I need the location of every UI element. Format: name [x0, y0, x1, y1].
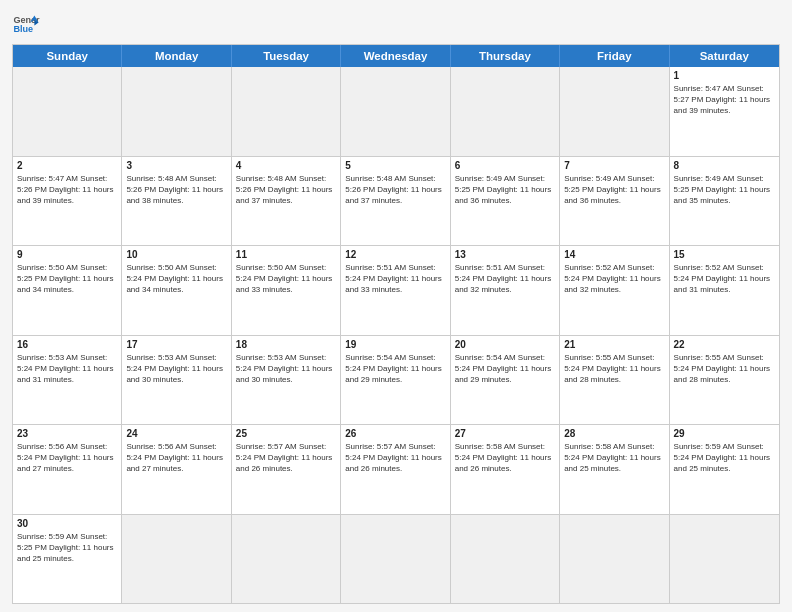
calendar-week-row: 23Sunrise: 5:56 AM Sunset: 5:24 PM Dayli…	[13, 424, 779, 514]
day-cell: 13Sunrise: 5:51 AM Sunset: 5:24 PM Dayli…	[451, 246, 560, 335]
day-cell: 29Sunrise: 5:59 AM Sunset: 5:24 PM Dayli…	[670, 425, 779, 514]
day-cell: 11Sunrise: 5:50 AM Sunset: 5:24 PM Dayli…	[232, 246, 341, 335]
day-cell: 12Sunrise: 5:51 AM Sunset: 5:24 PM Dayli…	[341, 246, 450, 335]
page: General Blue SundayMondayTuesdayWednesda…	[0, 0, 792, 612]
day-info: Sunrise: 5:56 AM Sunset: 5:24 PM Dayligh…	[126, 441, 226, 475]
empty-day-cell	[451, 515, 560, 604]
calendar-week-row: 1Sunrise: 5:47 AM Sunset: 5:27 PM Daylig…	[13, 67, 779, 156]
day-number: 6	[455, 160, 555, 171]
day-number: 20	[455, 339, 555, 350]
day-info: Sunrise: 5:54 AM Sunset: 5:24 PM Dayligh…	[345, 352, 445, 386]
day-cell: 5Sunrise: 5:48 AM Sunset: 5:26 PM Daylig…	[341, 157, 450, 246]
day-cell: 1Sunrise: 5:47 AM Sunset: 5:27 PM Daylig…	[670, 67, 779, 156]
day-cell: 15Sunrise: 5:52 AM Sunset: 5:24 PM Dayli…	[670, 246, 779, 335]
day-info: Sunrise: 5:48 AM Sunset: 5:26 PM Dayligh…	[345, 173, 445, 207]
empty-day-cell	[13, 67, 122, 156]
day-info: Sunrise: 5:53 AM Sunset: 5:24 PM Dayligh…	[17, 352, 117, 386]
day-cell: 10Sunrise: 5:50 AM Sunset: 5:24 PM Dayli…	[122, 246, 231, 335]
calendar-week-row: 16Sunrise: 5:53 AM Sunset: 5:24 PM Dayli…	[13, 335, 779, 425]
weekday-header: Friday	[560, 45, 669, 67]
empty-day-cell	[232, 515, 341, 604]
header: General Blue	[12, 10, 780, 38]
day-cell: 9Sunrise: 5:50 AM Sunset: 5:25 PM Daylig…	[13, 246, 122, 335]
day-number: 13	[455, 249, 555, 260]
day-number: 1	[674, 70, 775, 81]
weekday-header: Sunday	[13, 45, 122, 67]
day-number: 30	[17, 518, 117, 529]
empty-day-cell	[122, 515, 231, 604]
day-cell: 18Sunrise: 5:53 AM Sunset: 5:24 PM Dayli…	[232, 336, 341, 425]
empty-day-cell	[560, 67, 669, 156]
day-info: Sunrise: 5:55 AM Sunset: 5:24 PM Dayligh…	[564, 352, 664, 386]
generalblue-icon: General Blue	[12, 10, 40, 38]
day-info: Sunrise: 5:53 AM Sunset: 5:24 PM Dayligh…	[126, 352, 226, 386]
day-info: Sunrise: 5:53 AM Sunset: 5:24 PM Dayligh…	[236, 352, 336, 386]
empty-day-cell	[560, 515, 669, 604]
weekday-header: Wednesday	[341, 45, 450, 67]
day-info: Sunrise: 5:59 AM Sunset: 5:25 PM Dayligh…	[17, 531, 117, 565]
calendar-week-row: 2Sunrise: 5:47 AM Sunset: 5:26 PM Daylig…	[13, 156, 779, 246]
day-cell: 7Sunrise: 5:49 AM Sunset: 5:25 PM Daylig…	[560, 157, 669, 246]
day-number: 27	[455, 428, 555, 439]
day-cell: 8Sunrise: 5:49 AM Sunset: 5:25 PM Daylig…	[670, 157, 779, 246]
day-number: 23	[17, 428, 117, 439]
calendar-week-row: 9Sunrise: 5:50 AM Sunset: 5:25 PM Daylig…	[13, 245, 779, 335]
day-cell: 28Sunrise: 5:58 AM Sunset: 5:24 PM Dayli…	[560, 425, 669, 514]
day-number: 15	[674, 249, 775, 260]
day-info: Sunrise: 5:47 AM Sunset: 5:27 PM Dayligh…	[674, 83, 775, 117]
day-cell: 14Sunrise: 5:52 AM Sunset: 5:24 PM Dayli…	[560, 246, 669, 335]
day-info: Sunrise: 5:58 AM Sunset: 5:24 PM Dayligh…	[564, 441, 664, 475]
day-info: Sunrise: 5:48 AM Sunset: 5:26 PM Dayligh…	[126, 173, 226, 207]
day-info: Sunrise: 5:58 AM Sunset: 5:24 PM Dayligh…	[455, 441, 555, 475]
day-number: 9	[17, 249, 117, 260]
day-number: 3	[126, 160, 226, 171]
day-number: 19	[345, 339, 445, 350]
day-number: 4	[236, 160, 336, 171]
day-cell: 21Sunrise: 5:55 AM Sunset: 5:24 PM Dayli…	[560, 336, 669, 425]
svg-text:Blue: Blue	[13, 24, 33, 34]
weekday-header: Monday	[122, 45, 231, 67]
day-cell: 27Sunrise: 5:58 AM Sunset: 5:24 PM Dayli…	[451, 425, 560, 514]
day-number: 10	[126, 249, 226, 260]
calendar-body: 1Sunrise: 5:47 AM Sunset: 5:27 PM Daylig…	[13, 67, 779, 603]
empty-day-cell	[122, 67, 231, 156]
day-cell: 6Sunrise: 5:49 AM Sunset: 5:25 PM Daylig…	[451, 157, 560, 246]
day-info: Sunrise: 5:50 AM Sunset: 5:24 PM Dayligh…	[236, 262, 336, 296]
day-cell: 3Sunrise: 5:48 AM Sunset: 5:26 PM Daylig…	[122, 157, 231, 246]
day-number: 12	[345, 249, 445, 260]
day-cell: 17Sunrise: 5:53 AM Sunset: 5:24 PM Dayli…	[122, 336, 231, 425]
day-info: Sunrise: 5:48 AM Sunset: 5:26 PM Dayligh…	[236, 173, 336, 207]
logo: General Blue	[12, 10, 40, 38]
day-info: Sunrise: 5:59 AM Sunset: 5:24 PM Dayligh…	[674, 441, 775, 475]
day-info: Sunrise: 5:56 AM Sunset: 5:24 PM Dayligh…	[17, 441, 117, 475]
day-info: Sunrise: 5:50 AM Sunset: 5:25 PM Dayligh…	[17, 262, 117, 296]
day-cell: 25Sunrise: 5:57 AM Sunset: 5:24 PM Dayli…	[232, 425, 341, 514]
weekday-header: Saturday	[670, 45, 779, 67]
day-info: Sunrise: 5:54 AM Sunset: 5:24 PM Dayligh…	[455, 352, 555, 386]
empty-day-cell	[232, 67, 341, 156]
day-info: Sunrise: 5:57 AM Sunset: 5:24 PM Dayligh…	[345, 441, 445, 475]
day-cell: 30Sunrise: 5:59 AM Sunset: 5:25 PM Dayli…	[13, 515, 122, 604]
day-number: 16	[17, 339, 117, 350]
calendar: SundayMondayTuesdayWednesdayThursdayFrid…	[12, 44, 780, 604]
day-number: 11	[236, 249, 336, 260]
calendar-week-row: 30Sunrise: 5:59 AM Sunset: 5:25 PM Dayli…	[13, 514, 779, 604]
calendar-header: SundayMondayTuesdayWednesdayThursdayFrid…	[13, 45, 779, 67]
weekday-header: Thursday	[451, 45, 560, 67]
day-info: Sunrise: 5:57 AM Sunset: 5:24 PM Dayligh…	[236, 441, 336, 475]
day-number: 7	[564, 160, 664, 171]
day-number: 2	[17, 160, 117, 171]
day-number: 24	[126, 428, 226, 439]
empty-day-cell	[670, 515, 779, 604]
day-info: Sunrise: 5:52 AM Sunset: 5:24 PM Dayligh…	[564, 262, 664, 296]
day-number: 14	[564, 249, 664, 260]
day-cell: 22Sunrise: 5:55 AM Sunset: 5:24 PM Dayli…	[670, 336, 779, 425]
day-info: Sunrise: 5:49 AM Sunset: 5:25 PM Dayligh…	[674, 173, 775, 207]
day-info: Sunrise: 5:49 AM Sunset: 5:25 PM Dayligh…	[564, 173, 664, 207]
day-info: Sunrise: 5:51 AM Sunset: 5:24 PM Dayligh…	[345, 262, 445, 296]
day-info: Sunrise: 5:50 AM Sunset: 5:24 PM Dayligh…	[126, 262, 226, 296]
day-number: 17	[126, 339, 226, 350]
day-number: 8	[674, 160, 775, 171]
day-number: 29	[674, 428, 775, 439]
day-cell: 4Sunrise: 5:48 AM Sunset: 5:26 PM Daylig…	[232, 157, 341, 246]
